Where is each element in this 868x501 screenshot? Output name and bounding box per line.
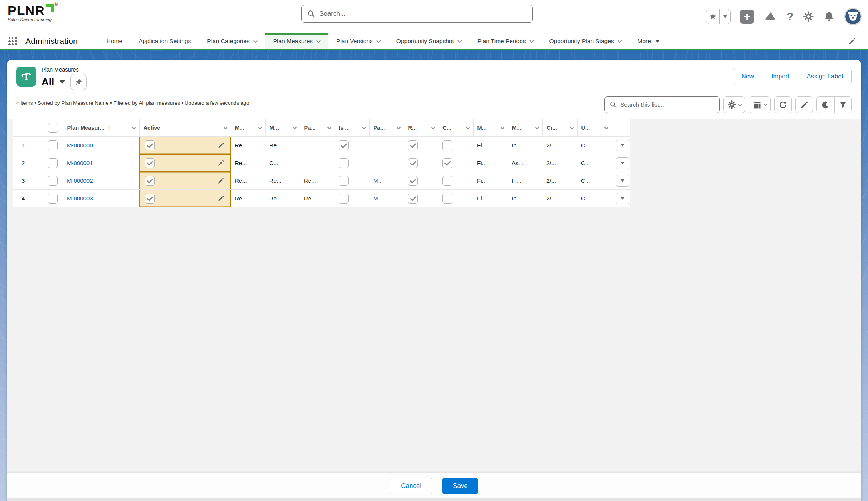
row-actions-button[interactable] xyxy=(616,140,629,151)
cell-c xyxy=(439,172,473,190)
chevron-down-icon xyxy=(618,38,622,42)
record-link[interactable]: M... xyxy=(373,195,383,202)
cell-pa1 xyxy=(300,154,335,172)
tab-home[interactable]: Home xyxy=(98,33,130,49)
assign-label-button[interactable]: Assign Label xyxy=(798,68,852,84)
filter-funnel-icon xyxy=(838,100,848,109)
row-actions-button[interactable] xyxy=(616,175,629,187)
pin-list-button[interactable] xyxy=(70,74,87,90)
column-header-is[interactable]: Is ... xyxy=(335,119,369,137)
column-header-plan-measur[interactable]: Plan Measur...↑ xyxy=(63,119,139,137)
row-actions-button[interactable] xyxy=(616,157,629,169)
favorites-dropdown-icon[interactable] xyxy=(719,9,730,24)
column-header-m[interactable]: M... xyxy=(265,119,300,137)
active-edited-cell[interactable] xyxy=(139,137,231,154)
cell-pa2: M... xyxy=(369,190,404,207)
column-header-c[interactable]: C... xyxy=(439,119,473,137)
display-as-button[interactable] xyxy=(749,96,771,113)
nav-edit-pencil-icon[interactable] xyxy=(848,37,856,45)
cell-m4: In... xyxy=(508,172,542,190)
select-all-checkbox[interactable] xyxy=(48,123,58,133)
list-search[interactable] xyxy=(604,96,720,113)
active-edited-cell[interactable] xyxy=(139,190,231,207)
import-button[interactable]: Import xyxy=(763,68,798,84)
record-link[interactable]: M-000002 xyxy=(67,177,93,184)
column-header-cr[interactable]: Cr... xyxy=(542,119,577,137)
cancel-button[interactable]: Cancel xyxy=(390,478,432,494)
edit-cell-pencil-icon[interactable] xyxy=(217,177,225,184)
row-select-checkbox[interactable] xyxy=(48,140,58,150)
charts-button[interactable] xyxy=(817,97,834,113)
row-select-checkbox[interactable] xyxy=(48,176,58,186)
column-header-m[interactable]: M... xyxy=(508,119,542,137)
select-all-header[interactable] xyxy=(44,119,63,137)
plan-measure-name-cell: M-000001 xyxy=(63,154,139,172)
new-button[interactable]: New xyxy=(733,68,763,84)
table-row: 2M-000001Re...C...Fi...As...2/...C... xyxy=(13,154,630,172)
cell-c xyxy=(439,154,473,172)
setup-gear-icon[interactable] xyxy=(803,11,814,22)
column-header-pa[interactable]: Pa... xyxy=(300,119,335,137)
trailhead-mountains-icon[interactable] xyxy=(763,10,777,23)
global-search[interactable] xyxy=(301,5,533,23)
c-checkbox xyxy=(442,176,452,186)
tab-label: Opportunity Plan Stages xyxy=(549,38,614,45)
list-settings-button[interactable] xyxy=(723,96,745,113)
user-avatar[interactable] xyxy=(844,8,862,25)
record-link[interactable]: M... xyxy=(373,177,383,184)
column-header-active[interactable]: Active xyxy=(139,119,231,137)
record-link[interactable]: M-000003 xyxy=(67,195,93,202)
plan-measures-object-scale-icon xyxy=(16,67,36,87)
save-button[interactable]: Save xyxy=(442,478,478,494)
column-header-r[interactable]: R... xyxy=(404,119,439,137)
edit-cell-pencil-icon[interactable] xyxy=(217,195,225,202)
active-edited-cell[interactable] xyxy=(139,154,231,172)
edit-cell-pencil-icon[interactable] xyxy=(217,159,225,167)
app-launcher-waffle-icon[interactable] xyxy=(8,37,17,45)
tab-plan-time-periods[interactable]: Plan Time Periods xyxy=(469,33,541,49)
help-question-icon[interactable]: ? xyxy=(786,10,793,23)
cell-m3: Fi... xyxy=(473,137,508,154)
cell-pa1 xyxy=(300,137,335,154)
table-header-row: Plan Measur...↑ActiveM...M...Pa...Is ...… xyxy=(13,119,630,137)
row-actions-header xyxy=(612,119,630,137)
notifications-bell-icon[interactable] xyxy=(823,11,835,22)
view-dropdown-triangle-icon[interactable] xyxy=(60,80,65,84)
tab-application-settings[interactable]: Application Settings xyxy=(130,33,199,49)
tab-more[interactable]: More xyxy=(629,33,668,49)
favorites-button-group[interactable] xyxy=(706,9,731,24)
tab-plan-versions[interactable]: Plan Versions xyxy=(328,33,388,49)
list-view-card: Plan Measures All NewImportAssign Label … xyxy=(7,60,861,501)
row-actions-button[interactable] xyxy=(616,193,629,204)
column-header-m[interactable]: M... xyxy=(231,119,265,137)
cell-r xyxy=(404,137,439,154)
logo-bracket-icon xyxy=(46,4,54,12)
table-row: 4M-000003Re...Re...Re...M...Fi...In...2/… xyxy=(13,190,630,207)
row-select-checkbox[interactable] xyxy=(48,194,58,204)
cell-m1: Re... xyxy=(231,154,265,172)
column-header-m[interactable]: M... xyxy=(473,119,508,137)
inline-edit-button[interactable] xyxy=(795,96,813,113)
favorites-star-icon[interactable] xyxy=(706,9,719,24)
column-header-u[interactable]: U... xyxy=(577,119,612,137)
list-search-input[interactable] xyxy=(620,101,715,108)
tab-plan-categories[interactable]: Plan Categories xyxy=(199,33,265,49)
tab-opportunity-plan-stages[interactable]: Opportunity Plan Stages xyxy=(541,33,629,49)
tab-plan-measures[interactable]: Plan Measures xyxy=(265,33,328,49)
column-header-pa[interactable]: Pa... xyxy=(369,119,404,137)
chevron-down-icon xyxy=(431,125,435,129)
refresh-button[interactable] xyxy=(774,96,792,113)
record-link[interactable]: M-000000 xyxy=(67,142,93,149)
row-select-checkbox[interactable] xyxy=(48,158,58,168)
tab-opportunity-snapshot[interactable]: Opportunity Snapshot xyxy=(388,33,469,49)
record-link[interactable]: M-000001 xyxy=(67,160,93,166)
active-checkbox xyxy=(145,158,155,168)
list-view-selector[interactable]: All xyxy=(42,76,54,88)
global-actions-plus-icon[interactable]: + xyxy=(740,10,754,24)
active-edited-cell[interactable] xyxy=(139,172,231,190)
filters-button[interactable] xyxy=(834,97,851,113)
edit-cell-pencil-icon[interactable] xyxy=(217,142,225,149)
chevron-down-icon xyxy=(362,125,366,129)
global-search-input[interactable] xyxy=(319,10,527,18)
tab-label: Plan Categories xyxy=(207,38,249,45)
